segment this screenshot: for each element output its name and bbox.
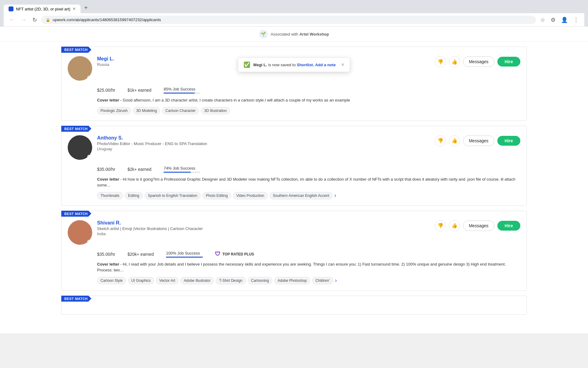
add-note-link[interactable]: Add a note	[315, 63, 336, 67]
cover-letter-label: Cover letter	[97, 98, 119, 102]
page-content: 🌱 Associated with Artel Workshop ✅ Megi …	[0, 27, 588, 333]
tag: Spanish to English Translation	[145, 192, 201, 199]
tag: T-Shirt Design	[216, 277, 246, 284]
tab-title: NFT artist (2D, 3D, or pixel art)	[16, 7, 70, 11]
profile-button[interactable]: 👤	[559, 16, 570, 24]
card-stats: $25.00/hr $1k+ earned 85% Job Success	[97, 87, 520, 94]
earned-stat: $2k+ earned	[127, 167, 151, 172]
job-success-label: 100% Job Success	[166, 251, 203, 255]
job-success-fill	[166, 257, 203, 258]
tab-favicon	[9, 6, 13, 11]
card-info: Anthony S. Photo/Video Editor - Music Pr…	[97, 135, 435, 151]
association-bar: 🌱 Associated with Artel Workshop	[0, 27, 588, 42]
tag: Cartooning	[248, 277, 273, 284]
browser-toolbar: ← → ↻ 🔒 upwork.com/ab/applicants/1480653…	[4, 13, 584, 27]
rate-stat: $35.00/hr	[97, 252, 115, 257]
like-button[interactable]: 👍	[449, 135, 460, 146]
lock-icon: 🔒	[46, 18, 50, 22]
like-button[interactable]: 👍	[449, 220, 460, 231]
tag: Cartoon Style	[97, 277, 126, 284]
tag: Adobe Illustrator	[180, 277, 214, 284]
applicant-card-3: BEST MATCH	[61, 296, 527, 315]
applicant-card-1: BEST MATCH Anthony S. Photo/Video Editor…	[61, 126, 527, 206]
cover-letter-label: Cover letter	[97, 177, 119, 182]
rate-stat: $25.00/hr	[97, 88, 115, 93]
hire-button[interactable]: Hire	[497, 221, 520, 231]
online-indicator	[87, 155, 91, 159]
like-button[interactable]: 👍	[449, 56, 460, 67]
menu-button[interactable]: ⋮	[571, 16, 581, 24]
new-tab-button[interactable]: +	[81, 2, 92, 13]
hire-button[interactable]: Hire	[497, 136, 520, 146]
check-icon: ✅	[243, 61, 250, 68]
job-success-bar	[164, 93, 200, 94]
job-success: 100% Job Success	[166, 251, 203, 258]
applicant-subtitle: Photo/Video Editor - Music Producer - EN…	[97, 141, 435, 146]
tag: Southern American English Accent	[270, 192, 333, 199]
dislike-button[interactable]: 👎	[435, 135, 446, 146]
earned-stat: $1k+ earned	[127, 88, 151, 93]
applicant-card-2: BEST MATCH Shivani R. Sketch artist | Em…	[61, 211, 527, 291]
dislike-button[interactable]: 👎	[435, 56, 446, 67]
applicant-name[interactable]: Shivani R.	[97, 220, 121, 225]
association-text: Associated with Artel Workshop	[271, 32, 329, 36]
job-success-fill	[164, 93, 195, 94]
job-success: 74% Job Success	[164, 166, 200, 173]
back-button[interactable]: ←	[7, 16, 17, 24]
card-info: Shivani R. Sketch artist | Emoji |Vector…	[97, 220, 435, 236]
tag: UI Graphics	[128, 277, 154, 284]
tag: Adobe Photoshop	[274, 277, 310, 284]
messages-button[interactable]: Messages	[463, 220, 494, 231]
tag: 3D Modeling	[133, 107, 160, 114]
bookmark-button[interactable]: ☆	[538, 16, 547, 24]
hire-button[interactable]: Hire	[497, 57, 520, 67]
tag: Vector Art	[156, 277, 179, 284]
messages-button[interactable]: Messages	[463, 136, 494, 146]
earned-stat: $20k+ earned	[127, 252, 154, 257]
messages-button[interactable]: Messages	[463, 56, 494, 67]
association-logo: 🌱	[259, 30, 268, 38]
tag: 3D Illustration	[201, 107, 230, 114]
applicant-name[interactable]: Anthony S.	[97, 135, 123, 140]
top-rated-icon: 🛡	[215, 251, 221, 257]
top-rated-badge: 🛡 TOP RATED PLUS	[215, 251, 254, 257]
tab-close-button[interactable]: ×	[73, 6, 75, 11]
dislike-button[interactable]: 👎	[435, 220, 446, 231]
job-success-fill	[164, 172, 191, 173]
tag: Video Production	[233, 192, 268, 199]
toast-text: Megi L. is now saved to Shortlist. Add a…	[253, 63, 336, 67]
forward-button[interactable]: →	[19, 16, 28, 24]
more-tags-button[interactable]: ›	[334, 192, 336, 199]
tag: Cartoon Character	[162, 107, 199, 114]
tag: Thumbnails	[97, 192, 123, 199]
toast-close-button[interactable]: ×	[341, 62, 345, 68]
card-header: Shivani R. Sketch artist | Emoji |Vector…	[68, 217, 520, 245]
more-tags-button[interactable]: ›	[335, 277, 337, 284]
tag: Children'	[312, 277, 333, 284]
top-rated-label: TOP RATED PLUS	[222, 252, 254, 256]
browser-tabs: NFT artist (2D, 3D, or pixel art) × +	[4, 2, 584, 13]
cover-letter: Cover letter - Good afternoon, I am a 3D…	[97, 97, 520, 103]
refresh-button[interactable]: ↻	[31, 16, 39, 24]
card-actions: 👎 👍 Messages Hire	[435, 56, 520, 67]
avatar	[68, 135, 92, 160]
avatar	[68, 56, 92, 81]
active-tab[interactable]: NFT artist (2D, 3D, or pixel art) ×	[4, 5, 81, 13]
address-bar[interactable]: 🔒 upwork.com/ab/applicants/1480653815997…	[41, 16, 536, 24]
tags-container: ThumbnailsEditingSpanish to English Tran…	[97, 192, 520, 199]
applicant-subtitle: Sketch artist | Emoji |Vector Illustrati…	[97, 226, 435, 231]
avatar	[68, 220, 92, 245]
card-stats: $35.00/hr $2k+ earned 74% Job Success	[97, 166, 520, 173]
best-match-badge: BEST MATCH	[61, 126, 91, 132]
applicant-country: India	[97, 232, 435, 236]
card-header: Anthony S. Photo/Video Editor - Music Pr…	[68, 132, 520, 160]
cover-letter: Cover letter - Hi, I read with your Job …	[97, 261, 520, 273]
shortlist-link[interactable]: Shortlist.	[297, 63, 314, 67]
tag: Pixologic Zbrush	[97, 107, 131, 114]
applicant-name[interactable]: Megi L.	[97, 56, 114, 61]
card-actions: 👎 👍 Messages Hire	[435, 135, 520, 146]
toast-notification: ✅ Megi L. is now saved to Shortlist. Add…	[238, 57, 350, 72]
applicant-country: Uruguay	[97, 147, 435, 151]
extensions-button[interactable]: ⚙	[549, 16, 557, 24]
browser-chrome: NFT artist (2D, 3D, or pixel art) × + ← …	[0, 0, 588, 27]
